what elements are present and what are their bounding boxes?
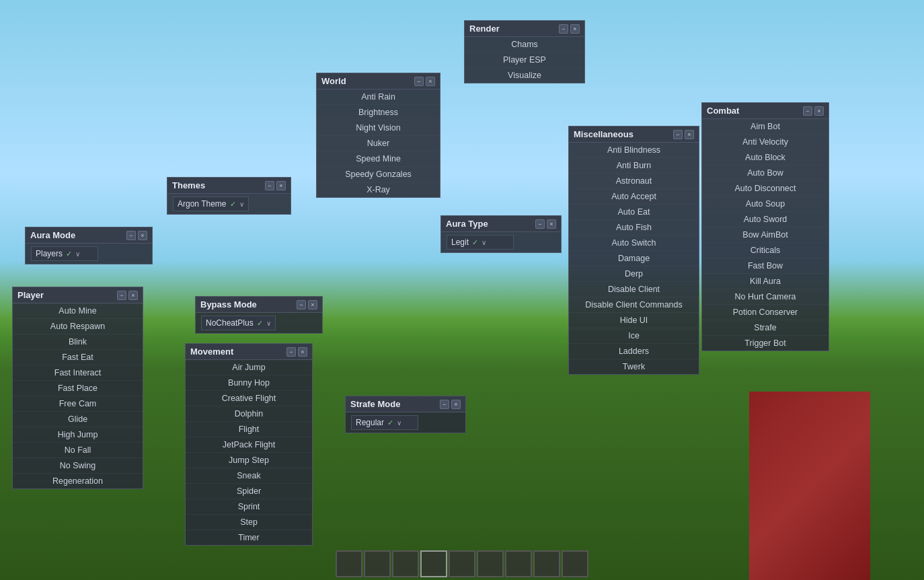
- world-minimize-btn[interactable]: −: [414, 77, 424, 86]
- combat-item-kill-aura[interactable]: Kill Aura: [702, 274, 829, 289]
- movement-minimize-btn[interactable]: −: [286, 347, 296, 357]
- bypass-minimize-btn[interactable]: −: [297, 300, 306, 310]
- combat-item-auto-soup[interactable]: Auto Soup: [702, 196, 829, 212]
- render-item-player-esp[interactable]: Player ESP: [465, 52, 584, 68]
- player-item-regeneration[interactable]: Regeneration: [13, 474, 143, 488]
- render-close-btn[interactable]: ×: [570, 24, 580, 34]
- world-item-nuker[interactable]: Nuker: [317, 136, 440, 151]
- aura-type-dropdown[interactable]: Legit ✓ ∨: [447, 235, 514, 250]
- misc-item-auto-eat[interactable]: Auto Eat: [569, 205, 699, 220]
- player-item-high-jump[interactable]: High Jump: [13, 427, 143, 443]
- movement-item-creative-flight[interactable]: Creative Flight: [186, 391, 312, 406]
- movement-item-jetpack-flight[interactable]: JetPack Flight: [186, 437, 312, 453]
- bypass-mode-panel-header: Bypass Mode − ×: [196, 297, 322, 313]
- misc-item-twerk[interactable]: Twerk: [569, 359, 699, 374]
- misc-item-hide-ui[interactable]: Hide UI: [569, 313, 699, 328]
- aura-mode-minimize-btn[interactable]: −: [126, 231, 136, 240]
- combat-item-auto-disconnect[interactable]: Auto Disconnect: [702, 181, 829, 196]
- player-item-fast-place[interactable]: Fast Place: [13, 381, 143, 396]
- combat-close-btn[interactable]: ×: [814, 106, 824, 116]
- combat-item-bow-aimbot[interactable]: Bow AimBot: [702, 227, 829, 243]
- combat-item-auto-sword[interactable]: Auto Sword: [702, 212, 829, 227]
- themes-check-icon: ✓: [230, 200, 236, 209]
- world-item-speedy-gonzales[interactable]: Speedy Gonzales: [317, 167, 440, 182]
- strafe-mode-close-btn[interactable]: ×: [451, 400, 461, 409]
- player-item-free-cam[interactable]: Free Cam: [13, 396, 143, 412]
- player-item-auto-mine[interactable]: Auto Mine: [13, 303, 143, 319]
- aura-type-close-btn[interactable]: ×: [547, 219, 556, 229]
- misc-item-disable-client[interactable]: Disable Client: [569, 282, 699, 297]
- render-item-visualize[interactable]: Visualize: [465, 68, 584, 83]
- combat-item-strafe[interactable]: Strafe: [702, 320, 829, 336]
- combat-item-no-hurt-camera[interactable]: No Hurt Camera: [702, 289, 829, 305]
- aura-mode-dropdown[interactable]: Players ✓ ∨: [31, 246, 98, 261]
- movement-item-step[interactable]: Step: [186, 515, 312, 530]
- misc-item-damage[interactable]: Damage: [569, 251, 699, 266]
- combat-item-aim-bot[interactable]: Aim Bot: [702, 119, 829, 135]
- themes-close-btn[interactable]: ×: [276, 181, 286, 190]
- misc-item-auto-accept[interactable]: Auto Accept: [569, 189, 699, 205]
- movement-item-sneak[interactable]: Sneak: [186, 468, 312, 484]
- world-item-night-vision[interactable]: Night Vision: [317, 120, 440, 136]
- player-close-btn[interactable]: ×: [128, 291, 138, 300]
- misc-minimize-btn[interactable]: −: [673, 130, 683, 139]
- player-item-auto-respawn[interactable]: Auto Respawn: [13, 319, 143, 334]
- player-item-blink[interactable]: Blink: [13, 334, 143, 350]
- movement-item-flight[interactable]: Flight: [186, 422, 312, 437]
- themes-dropdown-value: Argon Theme: [178, 199, 227, 209]
- world-item-xray[interactable]: X-Ray: [317, 182, 440, 197]
- misc-item-auto-fish[interactable]: Auto Fish: [569, 220, 699, 235]
- player-minimize-btn[interactable]: −: [117, 291, 126, 300]
- combat-item-auto-block[interactable]: Auto Block: [702, 150, 829, 166]
- combat-minimize-btn[interactable]: −: [803, 106, 812, 116]
- themes-minimize-btn[interactable]: −: [265, 181, 274, 190]
- player-item-no-fall[interactable]: No Fall: [13, 443, 143, 458]
- bypass-mode-dropdown[interactable]: NoCheatPlus ✓ ∨: [201, 316, 276, 330]
- aura-type-panel-title: Aura Type: [446, 219, 488, 229]
- misc-item-ice[interactable]: Ice: [569, 328, 699, 344]
- combat-item-trigger-bot[interactable]: Trigger Bot: [702, 336, 829, 351]
- misc-item-ladders[interactable]: Ladders: [569, 344, 699, 359]
- combat-item-auto-bow[interactable]: Auto Bow: [702, 166, 829, 181]
- movement-close-btn[interactable]: ×: [298, 347, 307, 357]
- combat-item-potion-conserver[interactable]: Potion Conserver: [702, 305, 829, 320]
- movement-item-jump-step[interactable]: Jump Step: [186, 453, 312, 468]
- player-item-glide[interactable]: Glide: [13, 412, 143, 427]
- aura-mode-close-btn[interactable]: ×: [138, 231, 147, 240]
- player-item-fast-interact[interactable]: Fast Interact: [13, 365, 143, 381]
- misc-item-astronaut[interactable]: Astronaut: [569, 174, 699, 189]
- combat-item-fast-bow[interactable]: Fast Bow: [702, 258, 829, 274]
- misc-close-btn[interactable]: ×: [685, 130, 694, 139]
- movement-item-bunny-hop[interactable]: Bunny Hop: [186, 375, 312, 391]
- render-item-chams[interactable]: Chams: [465, 37, 584, 52]
- misc-item-auto-switch[interactable]: Auto Switch: [569, 235, 699, 251]
- misc-item-derp[interactable]: + Derp: [569, 266, 699, 282]
- world-item-brightness[interactable]: Brightness: [317, 105, 440, 120]
- bypass-close-btn[interactable]: ×: [308, 300, 317, 310]
- combat-item-criticals[interactable]: Criticals: [702, 243, 829, 258]
- strafe-mode-minimize-btn[interactable]: −: [440, 400, 449, 409]
- bypass-chevron-icon: ∨: [266, 320, 271, 327]
- misc-item-anti-burn[interactable]: Anti Burn: [569, 158, 699, 174]
- misc-item-disable-client-commands[interactable]: Disable Client Commands: [569, 297, 699, 313]
- aura-type-chevron-icon: ∨: [482, 239, 486, 246]
- player-item-no-swing[interactable]: No Swing: [13, 458, 143, 474]
- strafe-mode-dropdown[interactable]: Regular ✓ ∨: [351, 415, 418, 430]
- world-item-anti-rain[interactable]: Anti Rain: [317, 89, 440, 105]
- movement-item-air-jump[interactable]: Air Jump: [186, 360, 312, 375]
- movement-item-dolphin[interactable]: Dolphin: [186, 406, 312, 422]
- aura-mode-dropdown-container: Players ✓ ∨: [26, 244, 152, 264]
- movement-item-sprint[interactable]: Sprint: [186, 499, 312, 515]
- world-item-speed-mine[interactable]: Speed Mine: [317, 151, 440, 167]
- aura-type-minimize-btn[interactable]: −: [535, 219, 545, 229]
- strafe-mode-panel: Strafe Mode − × Regular ✓ ∨: [345, 396, 466, 433]
- themes-dropdown[interactable]: Argon Theme ✓ ∨: [173, 196, 249, 211]
- movement-item-timer[interactable]: Timer: [186, 530, 312, 545]
- render-minimize-btn[interactable]: −: [559, 24, 568, 34]
- combat-item-anti-velocity[interactable]: Anti Velocity: [702, 135, 829, 150]
- movement-panel: Movement − × Air Jump Bunny Hop Creative…: [185, 343, 313, 546]
- misc-item-anti-blindness[interactable]: Anti Blindness: [569, 143, 699, 158]
- movement-item-spider[interactable]: Spider: [186, 484, 312, 499]
- world-close-btn[interactable]: ×: [426, 77, 435, 86]
- player-item-fast-eat[interactable]: Fast Eat: [13, 350, 143, 365]
